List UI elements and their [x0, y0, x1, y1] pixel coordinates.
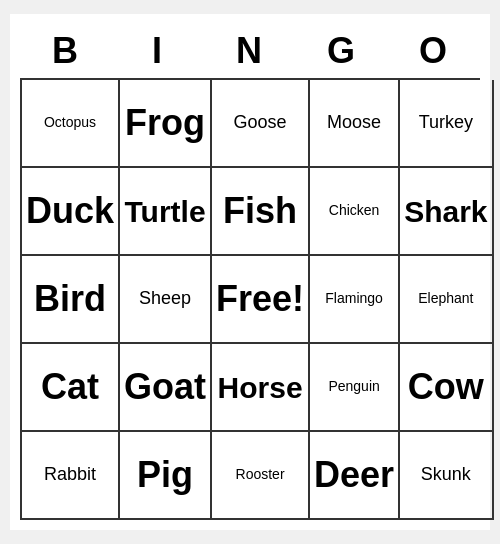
- bingo-cell: Chicken: [310, 168, 400, 256]
- bingo-cell: Frog: [120, 80, 212, 168]
- cell-label: Fish: [223, 191, 297, 231]
- bingo-header: BINGO: [20, 24, 480, 78]
- bingo-cell: Shark: [400, 168, 493, 256]
- cell-label: Duck: [26, 191, 114, 231]
- cell-label: Cat: [41, 367, 99, 407]
- bingo-cell: Bird: [22, 256, 120, 344]
- bingo-grid: OctopusFrogGooseMooseTurkeyDuckTurtleFis…: [20, 78, 480, 520]
- cell-label: Horse: [218, 371, 303, 404]
- cell-label: Cow: [408, 367, 484, 407]
- cell-label: Turtle: [124, 195, 205, 228]
- bingo-cell: Flamingo: [310, 256, 400, 344]
- cell-label: Deer: [314, 455, 394, 495]
- cell-label: Free!: [216, 279, 304, 319]
- cell-label: Flamingo: [325, 291, 383, 306]
- bingo-cell: Moose: [310, 80, 400, 168]
- bingo-cell: Goose: [212, 80, 310, 168]
- cell-label: Goose: [234, 113, 287, 133]
- header-letter: N: [204, 24, 296, 78]
- cell-label: Elephant: [418, 291, 473, 306]
- cell-label: Sheep: [139, 289, 191, 309]
- cell-label: Octopus: [44, 115, 96, 130]
- bingo-cell: Penguin: [310, 344, 400, 432]
- bingo-card: BINGO OctopusFrogGooseMooseTurkeyDuckTur…: [10, 14, 490, 530]
- bingo-cell: Pig: [120, 432, 212, 520]
- cell-label: Shark: [404, 195, 487, 228]
- bingo-cell: Free!: [212, 256, 310, 344]
- header-letter: B: [20, 24, 112, 78]
- cell-label: Rooster: [236, 467, 285, 482]
- bingo-cell: Rabbit: [22, 432, 120, 520]
- bingo-cell: Duck: [22, 168, 120, 256]
- bingo-cell: Turkey: [400, 80, 493, 168]
- bingo-cell: Goat: [120, 344, 212, 432]
- cell-label: Skunk: [421, 465, 471, 485]
- cell-label: Moose: [327, 113, 381, 133]
- bingo-cell: Octopus: [22, 80, 120, 168]
- cell-label: Turkey: [419, 113, 473, 133]
- cell-label: Bird: [34, 279, 106, 319]
- bingo-cell: Sheep: [120, 256, 212, 344]
- bingo-cell: Deer: [310, 432, 400, 520]
- header-letter: O: [388, 24, 480, 78]
- bingo-cell: Turtle: [120, 168, 212, 256]
- bingo-cell: Skunk: [400, 432, 493, 520]
- cell-label: Goat: [124, 367, 206, 407]
- bingo-cell: Cow: [400, 344, 493, 432]
- cell-label: Chicken: [329, 203, 380, 218]
- cell-label: Penguin: [328, 379, 379, 394]
- header-letter: I: [112, 24, 204, 78]
- bingo-cell: Fish: [212, 168, 310, 256]
- cell-label: Frog: [125, 103, 205, 143]
- cell-label: Pig: [137, 455, 193, 495]
- header-letter: G: [296, 24, 388, 78]
- cell-label: Rabbit: [44, 465, 96, 485]
- bingo-cell: Horse: [212, 344, 310, 432]
- bingo-cell: Rooster: [212, 432, 310, 520]
- bingo-cell: Cat: [22, 344, 120, 432]
- bingo-cell: Elephant: [400, 256, 493, 344]
